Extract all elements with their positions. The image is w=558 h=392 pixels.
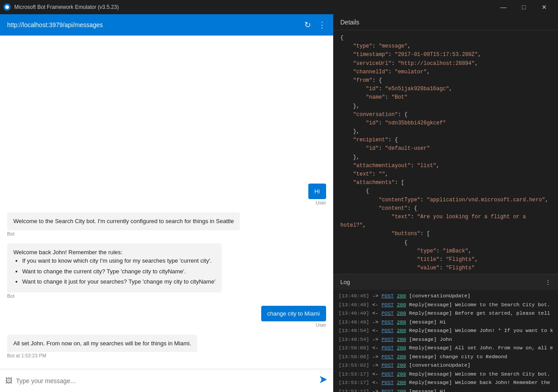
log-entry-6: [13:49:54] -> POST 200 [message] John [339, 335, 553, 344]
title-bar-left: Microsoft Bot Framework Emulator (v3.5.2… [4, 4, 119, 11]
log-entry-1: [13:49:45] -> POST 200 [conversationUpda… [339, 292, 553, 300]
json-line: }, [340, 153, 551, 162]
log-entry-2: [13:49:49] <- POST 200 Reply[message] We… [339, 300, 553, 309]
log-header: Log ⋮ [333, 274, 558, 290]
header-actions: ↻ ⋮ [304, 20, 326, 30]
attachment-icon[interactable]: 🖼 [5, 377, 12, 385]
close-button[interactable]: ✕ [534, 0, 554, 14]
json-line: "attachmentLayout": "list", [340, 162, 551, 170]
log-entry-7: [13:50:00] <- POST 200 Reply[message] Al… [339, 344, 553, 352]
minimize-button[interactable]: — [493, 0, 514, 14]
json-line: { [340, 34, 551, 42]
rule-1: If you want to know which city I'm using… [22, 256, 215, 265]
json-line: { [340, 239, 551, 247]
bubble-bot-welcome: Welcome to the Search City bot. I'm curr… [7, 212, 240, 230]
log-entry-4: [13:49:49] -> POST 200 [message] Hi [339, 318, 553, 327]
message-user-change-city: change city to Miami User [7, 306, 326, 329]
json-line: "attachments": [ [340, 179, 551, 187]
message-bot-rules: Welcome back John! Remember the rules: I… [7, 244, 326, 300]
json-line: "id": "e5n5ijak928ba16agc", [340, 85, 551, 93]
json-line: }, [340, 102, 551, 111]
msg-label-bot-rules: Bot [7, 293, 15, 299]
window-title: Microsoft Bot Framework Emulator (v3.5.2… [14, 4, 119, 10]
log-title: Log [340, 279, 350, 285]
bubble-bot-allset: All set John. From now on, all my search… [7, 335, 197, 352]
json-line: "id": "default-user" [340, 144, 551, 153]
chat-header: http://localhost:3979/api/messages ↻ ⋮ [0, 14, 333, 36]
maximize-button[interactable]: □ [514, 0, 534, 14]
send-button[interactable] [319, 375, 328, 386]
json-line: "serviceUrl": "http://localhost:28894", [340, 60, 551, 68]
json-line: "title": "Flights", [340, 256, 551, 264]
json-line: }, [340, 128, 551, 136]
rule-3: Want to change it just for your searches… [22, 277, 215, 286]
details-content: { "type": "message", "timestamp": "2017-… [333, 30, 558, 274]
json-line: "from": { [340, 76, 551, 85]
bubble-bot-rules: Welcome back John! Remember the rules: I… [7, 244, 222, 292]
json-line: "name": "Bot" [340, 93, 551, 102]
json-line: "type": "message", [340, 42, 551, 51]
message-bot-welcome: Welcome to the Search City bot. I'm curr… [7, 212, 326, 238]
main-layout: http://localhost:3979/api/messages ↻ ⋮ H… [0, 14, 558, 392]
rules-list: If you want to know which city I'm using… [13, 256, 215, 286]
message-user-hi: Hi User [7, 184, 326, 207]
api-url: http://localhost:3979/api/messages [7, 21, 103, 28]
msg-label-bot-welcome: Bot [7, 231, 15, 236]
msg-label-user-change: User [316, 322, 326, 328]
chat-input-area: 🖼 [0, 369, 333, 392]
menu-icon[interactable]: ⋮ [318, 20, 326, 30]
json-line: "contentType": "application/vnd.microsof… [340, 196, 551, 204]
details-header: Details [333, 14, 558, 30]
log-menu-icon[interactable]: ⋮ [545, 279, 551, 285]
chat-spacer [7, 43, 326, 180]
log-entry-10: [13:53:17] <- POST 200 Reply[message] We… [339, 370, 553, 379]
log-entry-12: [13:53:17] -> POST 200 [message] Hi [339, 387, 553, 392]
right-panel: Details { "type": "message", "timestamp"… [333, 14, 558, 392]
log-entry-11: [13:53:17] <- POST 200 Reply[message] We… [339, 378, 553, 387]
json-line: "channelId": "emulator", [340, 68, 551, 76]
json-line: "text": "Are you looking for a flight or… [340, 213, 551, 230]
svg-point-0 [5, 5, 9, 9]
chat-panel: http://localhost:3979/api/messages ↻ ⋮ H… [0, 14, 333, 392]
json-line: "conversation": { [340, 111, 551, 119]
details-title: Details [340, 19, 359, 26]
rules-intro: Welcome back John! Remember the rules: [13, 248, 215, 257]
json-line: "id": "ndn35bbbi426gkcef" [340, 119, 551, 128]
log-entry-9: [13:53:02] -> POST 200 [conversationUpda… [339, 361, 553, 370]
svg-marker-1 [320, 376, 327, 383]
json-line: "value": "Flights" [340, 264, 551, 272]
json-line: "content": { [340, 204, 551, 213]
bubble-user-hi: Hi [308, 184, 326, 199]
msg-label-bot-allset: Bot at 1:53:23 PM [7, 353, 46, 358]
json-line: "timestamp": "2017-01-09T15:17:53.280Z", [340, 51, 551, 59]
log-entry-5: [13:49:54] <- POST 200 Reply[message] We… [339, 326, 553, 335]
log-content: [13:49:45] -> POST 200 [conversationUpda… [333, 290, 558, 392]
bubble-user-change-city: change city to Miami [261, 306, 327, 321]
title-bar: Microsoft Bot Framework Emulator (v3.5.2… [0, 0, 558, 14]
msg-label-user-hi: User [316, 200, 326, 205]
json-line: "recipient": { [340, 136, 551, 144]
message-bot-allset: All set John. From now on, all my search… [7, 335, 326, 360]
window-controls[interactable]: — □ ✕ [493, 0, 554, 14]
json-line: { [340, 187, 551, 196]
rule-2: Want to change the current city? Type 'c… [22, 267, 215, 276]
log-entry-8: [13:50:00] -> POST 200 [message] change … [339, 352, 553, 361]
app-icon [4, 4, 11, 11]
json-line: "buttons": [ [340, 230, 551, 238]
message-input[interactable] [16, 377, 315, 384]
log-entry-3: [13:49:49] <- POST 200 Reply[message] Be… [339, 309, 553, 318]
json-line: "text": "", [340, 170, 551, 179]
refresh-icon[interactable]: ↻ [304, 20, 311, 30]
json-line: "type": "imBack", [340, 247, 551, 256]
chat-messages: Hi User Welcome to the Search City bot. … [0, 36, 333, 369]
